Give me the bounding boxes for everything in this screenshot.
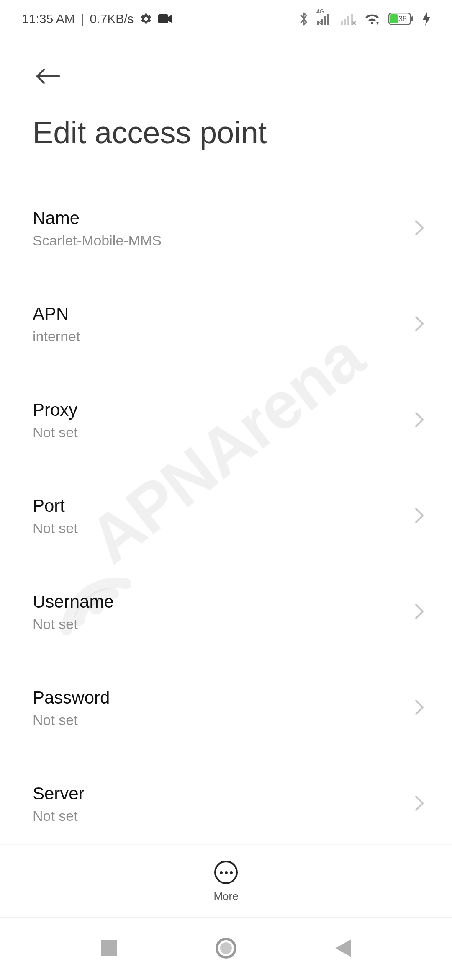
setting-label: APN: [33, 304, 414, 324]
charging-icon: [423, 12, 430, 26]
status-data-rate: 0.7KB/s: [90, 12, 134, 26]
svg-rect-8: [347, 16, 349, 25]
setting-value: Not set: [33, 712, 414, 728]
header: [0, 38, 452, 91]
nav-back-button[interactable]: [330, 936, 357, 962]
setting-username[interactable]: Username Not set: [0, 574, 452, 650]
setting-apn[interactable]: APN internet: [0, 286, 452, 362]
chevron-right-icon: [414, 315, 433, 334]
setting-label: Username: [33, 592, 414, 612]
page-title: Edit access point: [0, 91, 452, 165]
setting-value: Not set: [33, 616, 414, 632]
chevron-right-icon: [414, 699, 433, 717]
setting-label: Port: [33, 496, 414, 516]
svg-rect-1: [158, 14, 168, 23]
setting-value: internet: [33, 328, 414, 345]
setting-label: Proxy: [33, 400, 414, 420]
cellular-nosim-icon: [341, 13, 356, 25]
chevron-right-icon: [414, 507, 433, 526]
status-time: 11:35 AM: [22, 12, 75, 26]
setting-port[interactable]: Port Not set: [0, 478, 452, 554]
status-left: 11:35 AM | 0.7KB/s: [22, 12, 172, 26]
nav-recents-button[interactable]: [95, 936, 122, 962]
status-bar: 11:35 AM | 0.7KB/s 4G 38: [0, 0, 452, 38]
svg-rect-7: [344, 19, 346, 25]
nav-home-button[interactable]: [213, 936, 239, 962]
svg-rect-6: [341, 21, 343, 25]
bluetooth-icon: [299, 12, 309, 26]
chevron-right-icon: [414, 795, 433, 813]
settings-list: Name Scarlet-Mobile-MMS APN internet Pro…: [0, 165, 452, 911]
more-icon: [214, 861, 238, 884]
svg-rect-14: [411, 16, 413, 21]
battery-percent: 38: [398, 15, 407, 23]
setting-label: Password: [33, 688, 414, 708]
svg-rect-13: [390, 14, 398, 23]
chevron-right-icon: [414, 411, 433, 430]
setting-label: Name: [33, 208, 414, 228]
bottom-toolbar: More: [0, 844, 452, 916]
cellular-4g-icon: 4G: [317, 13, 332, 25]
setting-label: Server: [33, 784, 414, 804]
svg-point-11: [377, 23, 378, 25]
setting-password[interactable]: Password Not set: [0, 670, 452, 746]
wifi-icon: [364, 13, 380, 25]
back-button[interactable]: [33, 61, 63, 91]
camcorder-icon: [158, 14, 172, 23]
setting-server[interactable]: Server Not set: [0, 766, 452, 842]
circle-icon: [216, 938, 236, 960]
svg-rect-4: [324, 16, 326, 25]
gear-icon: [140, 13, 152, 25]
setting-name[interactable]: Name Scarlet-Mobile-MMS: [0, 191, 452, 266]
svg-rect-5: [327, 14, 329, 25]
status-separator: |: [81, 12, 84, 26]
system-nav-bar: [0, 917, 452, 980]
status-right: 4G 38: [299, 12, 430, 26]
battery-icon: 38: [388, 13, 414, 25]
svg-point-17: [220, 942, 232, 954]
triangle-back-icon: [335, 939, 351, 959]
setting-value: Not set: [33, 808, 414, 824]
setting-value: Scarlet-Mobile-MMS: [33, 232, 414, 249]
more-label: More: [213, 890, 238, 903]
arrow-back-icon: [35, 67, 61, 85]
setting-proxy[interactable]: Proxy Not set: [0, 382, 452, 458]
setting-value: Not set: [33, 424, 414, 441]
chevron-right-icon: [414, 219, 433, 238]
svg-rect-15: [101, 940, 117, 956]
svg-rect-3: [321, 19, 323, 25]
setting-value: Not set: [33, 520, 414, 536]
more-button[interactable]: More: [213, 858, 238, 903]
chevron-right-icon: [414, 603, 433, 622]
svg-rect-9: [351, 14, 353, 25]
square-icon: [101, 940, 117, 958]
